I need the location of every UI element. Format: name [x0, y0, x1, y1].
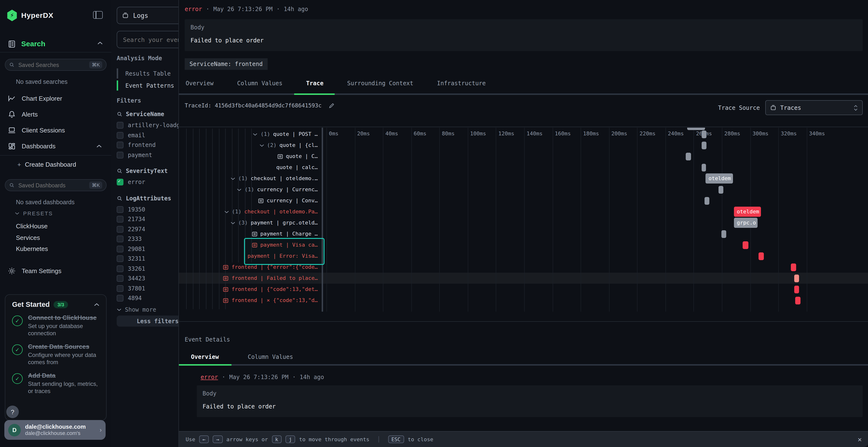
trace-tree-row[interactable]: currency | Conv… [179, 195, 322, 206]
filter-value-label: error [128, 179, 145, 186]
body-card: Body Failed to place order [197, 385, 863, 417]
sidebar: ⚡ HyperDX Search ⌘K No saved searches Ch… [0, 0, 112, 447]
span-duration-bar[interactable]: grpc.o [734, 218, 757, 228]
get-started-item[interactable]: ✓Connect to ClickHouseSet up your databa… [12, 314, 99, 337]
span-duration-bar[interactable] [718, 186, 723, 194]
checkbox[interactable] [117, 285, 123, 292]
span-duration-bar[interactable] [791, 263, 796, 271]
checkbox[interactable] [117, 122, 123, 129]
saved-dashboards-input[interactable]: ⌘K [5, 179, 106, 191]
trace-tree-row[interactable]: (1)checkout | oteldemo.… [179, 173, 322, 184]
event-detail-panel: error · May 26 7:13:26 PM · 14h ago Body… [179, 0, 868, 447]
timeline-tick-label: 320ms [781, 131, 797, 137]
close-icon[interactable]: ✕ [858, 436, 862, 443]
chevron-down-icon[interactable] [259, 144, 264, 147]
trace-tree-row[interactable]: (1)checkout | oteldemo.Pa… [179, 206, 322, 217]
checkbox[interactable] [117, 152, 123, 159]
span-duration-bar[interactable] [702, 130, 707, 138]
span-duration-bar[interactable] [702, 141, 707, 149]
span-duration-bar[interactable] [743, 241, 748, 249]
trace-source-select[interactable]: Traces [765, 100, 863, 115]
trace-tree-row[interactable]: frontend | × {"code":13,"d… [179, 295, 322, 306]
checkbox[interactable] [117, 295, 123, 302]
preset-kubernetes[interactable]: Kubernetes [16, 245, 48, 252]
checkbox[interactable] [117, 132, 123, 139]
preset-clickhouse[interactable]: ClickHouse [16, 222, 48, 230]
chevron-down-icon[interactable] [230, 177, 235, 180]
trace-tree-row[interactable]: frontend | {"code":13,"det… [179, 284, 322, 295]
event-details-tab-column-values[interactable]: Column Values [248, 353, 293, 360]
checkbox[interactable] [117, 255, 123, 262]
create-dashboard-button[interactable]: + Create Dashboard [18, 161, 76, 168]
log-icon [277, 153, 283, 159]
user-org: dale@clickhouse.com's [25, 430, 86, 437]
span-duration-bar[interactable] [686, 152, 691, 160]
chevron-down-icon[interactable] [230, 221, 235, 224]
timeline-gridline [665, 128, 666, 312]
chevron-down-icon[interactable] [237, 188, 242, 191]
checkbox[interactable] [117, 206, 123, 213]
checkbox[interactable] [117, 142, 123, 148]
service-name-chip[interactable]: ServiceName: frontend [185, 58, 268, 70]
chevron-up-icon[interactable] [94, 303, 99, 306]
tab-infrastructure[interactable]: Infrastructure [437, 80, 486, 87]
filter-value-label: 19350 [128, 206, 145, 213]
span-duration-bar[interactable] [758, 252, 764, 260]
tab-surrounding-context[interactable]: Surrounding Context [347, 80, 413, 87]
checkbox[interactable] [117, 265, 123, 272]
no-saved-searches: No saved searches [16, 78, 67, 85]
checkbox[interactable] [117, 226, 123, 233]
trace-tree-row[interactable]: (3)payment | grpc.oteld… [179, 217, 322, 228]
arrow-left-key: ← [199, 436, 209, 443]
saved-searches-input[interactable]: ⌘K [5, 59, 106, 71]
trace-tree-row[interactable]: quote | C… [179, 151, 322, 162]
get-started-item[interactable]: ✓Add DataStart sending logs, metrics, or… [12, 372, 99, 394]
trace-tree-row[interactable]: (2)quote | {cl… [179, 140, 322, 151]
search-icon [9, 182, 14, 188]
span-duration-bar[interactable] [705, 197, 709, 204]
filter-group-name: SeverityText [126, 168, 167, 174]
preset-services[interactable]: Services [16, 234, 40, 241]
user-menu[interactable]: D dale@clickhouse.com dale@clickhouse.co… [4, 420, 105, 440]
sidebar-item-client-sessions[interactable]: Client Sessions [0, 122, 112, 138]
span-duration-bar[interactable]: oteldem [734, 207, 761, 217]
get-started-item[interactable]: ✓Create Data SourcesConfigure where your… [12, 343, 99, 366]
tree-timeline-scrollbar[interactable] [322, 128, 323, 312]
event-details-tab-overview[interactable]: Overview [191, 353, 219, 360]
trace-tree-row[interactable]: (1)currency | Currenc… [179, 184, 322, 195]
checkbox[interactable] [117, 216, 123, 223]
timeline-gridline [524, 128, 525, 312]
tab-overview[interactable]: Overview [186, 80, 214, 87]
checkbox[interactable] [117, 246, 123, 252]
span-duration-bar[interactable] [794, 285, 799, 293]
trace-tree-row[interactable]: frontend | Failed to place… [179, 273, 322, 284]
get-started-progress-badge: 3/3 [54, 301, 68, 308]
span-duration-bar[interactable]: oteldem [706, 173, 733, 183]
search-icon [9, 62, 14, 67]
sidebar-item-team-settings[interactable]: Team Settings [8, 267, 61, 275]
trace-waterfall: 0ms20ms40ms60ms80ms100ms120ms140ms160ms1… [179, 128, 868, 312]
edit-pencil-icon[interactable] [329, 102, 335, 109]
presets-toggle[interactable]: PRESETS [15, 210, 53, 216]
span-duration-bar[interactable] [721, 230, 726, 238]
collapse-sidebar-icon[interactable] [93, 11, 103, 19]
tab-column-values[interactable]: Column Values [237, 80, 283, 87]
checkbox[interactable] [117, 236, 123, 243]
tab-trace[interactable]: Trace [306, 80, 323, 87]
help-button[interactable]: ? [6, 406, 19, 418]
trace-tree-row[interactable]: (1)quote | POST … [179, 129, 322, 140]
get-started-item-title: Create Data Sources [28, 343, 99, 351]
chevron-down-icon[interactable] [224, 210, 229, 213]
span-duration-bar[interactable] [702, 164, 706, 171]
span-duration-bar[interactable] [795, 297, 801, 304]
chevron-down-icon[interactable] [253, 133, 258, 136]
sidebar-item-search[interactable]: Search [0, 37, 112, 52]
sidebar-item-dashboards[interactable]: Dashboards [0, 138, 112, 154]
span-duration-bar[interactable] [794, 274, 799, 282]
sidebar-item-alerts[interactable]: Alerts [0, 106, 112, 122]
span-bar-clipped[interactable] [687, 128, 705, 130]
checkbox[interactable] [117, 179, 123, 186]
checkbox[interactable] [117, 275, 123, 282]
sidebar-item-chart-explorer[interactable]: Chart Explorer [0, 91, 112, 106]
trace-tree-row[interactable]: quote | calc… [179, 162, 322, 173]
